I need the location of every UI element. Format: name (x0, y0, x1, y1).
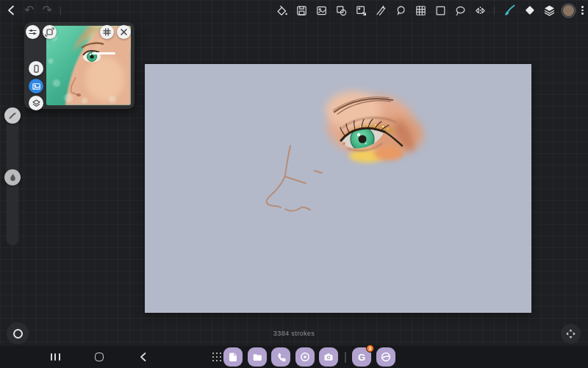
stroke-count-label: 3384 strokes (0, 330, 588, 337)
device-preview-icon[interactable] (29, 61, 43, 76)
image-source-icon-active[interactable] (29, 79, 43, 93)
drawing-app-screen: ↶ ↷ (0, 0, 588, 368)
app-dock: G 3 (223, 347, 395, 367)
adjust-sliders-icon[interactable] (26, 25, 40, 39)
dock-divider (345, 352, 346, 363)
sketch-lines-artwork (259, 127, 340, 219)
recents-button[interactable] (46, 346, 65, 368)
color-swatch[interactable] (563, 5, 574, 16)
browser-app-icon[interactable] (295, 347, 315, 367)
lasso-select-icon[interactable] (454, 4, 467, 17)
redo-icon[interactable]: ↷ (42, 4, 51, 16)
layers-view-icon[interactable] (29, 96, 43, 110)
color-ring-icon (13, 329, 23, 339)
reference-photo-image (46, 26, 131, 105)
import-image-icon[interactable] (355, 4, 368, 17)
toolbar-left: ↶ ↷ (6, 0, 61, 21)
rect-select-icon[interactable] (434, 4, 447, 17)
symmetry-tool-icon[interactable] (474, 4, 487, 17)
brush-size-slider-knob[interactable] (4, 107, 21, 124)
phone-app-icon[interactable] (271, 347, 290, 367)
nav-back-button[interactable] (134, 346, 153, 368)
balloon-tool-icon[interactable] (395, 4, 407, 17)
grid-overlay-icon[interactable] (100, 25, 114, 39)
home-button[interactable] (90, 346, 109, 368)
fullscreen-button[interactable] (561, 324, 581, 344)
close-icon[interactable] (117, 25, 131, 39)
resize-view-icon[interactable] (43, 25, 57, 39)
toolbar-right (276, 0, 584, 21)
brush-tool-icon-active[interactable] (502, 4, 516, 18)
back-icon[interactable] (6, 4, 16, 16)
toolbar-divider (494, 7, 495, 15)
save-icon[interactable] (295, 4, 308, 17)
brush-opacity-slider-knob[interactable] (4, 169, 21, 185)
reference-photo[interactable] (46, 26, 131, 105)
add-image-icon[interactable] (315, 4, 328, 17)
shape-tool-icon[interactable] (335, 4, 348, 17)
layers-icon[interactable] (543, 4, 556, 17)
system-navbar: G 3 (0, 346, 588, 368)
pen-strokes-icon[interactable] (375, 4, 387, 17)
reference-panel[interactable] (24, 22, 135, 109)
home-icon (95, 353, 104, 361)
panel-drag-handle[interactable] (92, 52, 115, 54)
app-drawer-icon (212, 353, 221, 361)
more-menu-icon[interactable] (581, 6, 584, 15)
undo-icon[interactable]: ↶ (24, 4, 34, 16)
eraser-tool-icon[interactable] (523, 4, 536, 17)
files-app-icon[interactable] (248, 347, 267, 367)
drawing-canvas[interactable] (145, 64, 531, 313)
google-app-icon[interactable]: G 3 (352, 347, 371, 367)
fill-tool-icon[interactable] (276, 4, 288, 17)
expand-icon (565, 328, 576, 339)
notes-app-icon[interactable] (223, 347, 243, 367)
google-g-glyph: G (358, 352, 365, 363)
quick-color-button[interactable] (7, 322, 29, 344)
internet-app-icon[interactable] (376, 347, 395, 367)
nav-back-icon (139, 352, 148, 362)
notification-badge: 3 (366, 344, 374, 353)
toolbar-divider (60, 7, 61, 15)
grid-tool-icon[interactable] (415, 4, 427, 17)
camera-app-icon[interactable] (319, 347, 338, 367)
recents-icon (51, 353, 60, 361)
